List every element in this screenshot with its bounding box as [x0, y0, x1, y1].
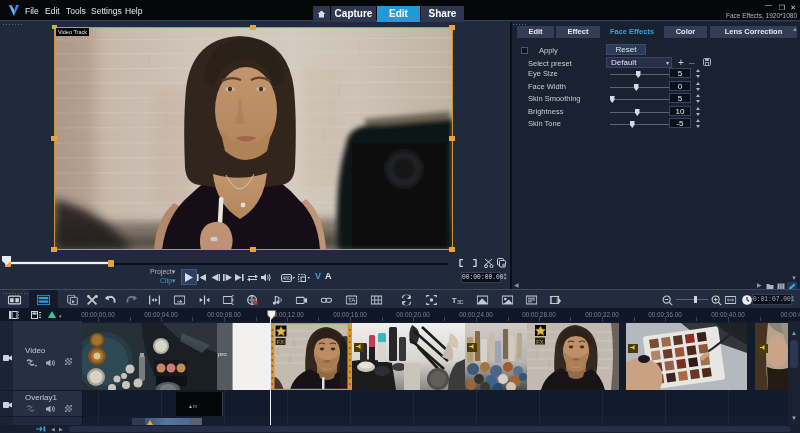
- svg-text:480: 480: [283, 275, 292, 281]
- svg-text:3D: 3D: [457, 299, 463, 305]
- svg-text:TA: TA: [348, 296, 356, 303]
- svg-text:T: T: [452, 296, 457, 305]
- svg-text:FX: FX: [277, 339, 284, 345]
- svg-text:FX: FX: [536, 339, 543, 345]
